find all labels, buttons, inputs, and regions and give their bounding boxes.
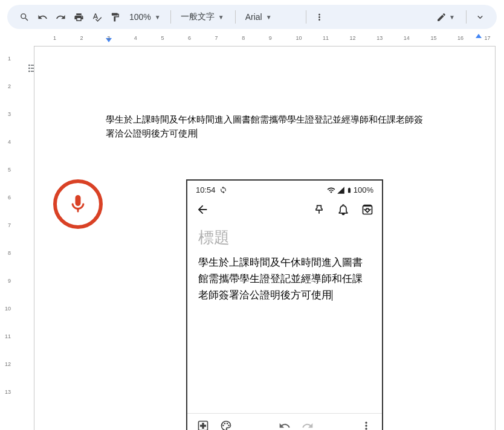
undo-icon[interactable] xyxy=(279,420,291,430)
ruler-tick: 2 xyxy=(8,83,11,89)
phone-header xyxy=(187,194,382,221)
ruler-tick: 10 xyxy=(5,306,11,312)
ruler-tick: 3 xyxy=(8,111,11,117)
phone-title-placeholder[interactable]: 標題 xyxy=(198,227,371,248)
ruler-tick: 14 xyxy=(404,35,410,41)
ruler-tick: 2 xyxy=(80,35,83,41)
phone-note-body[interactable]: 標題 學生於上課時間及午休時間進入圖書館需攜帶學生證登記並經導師和任課老師簽署洽… xyxy=(187,221,382,413)
ruler-tick: 9 xyxy=(269,35,272,41)
add-icon[interactable] xyxy=(197,420,209,430)
spellcheck-icon[interactable] xyxy=(88,8,105,25)
back-icon[interactable] xyxy=(196,203,209,216)
main-toolbar: 100% ▼ 一般文字 ▼ Arial ▼ ▼ xyxy=(7,5,497,29)
svg-point-1 xyxy=(224,423,226,425)
battery-icon xyxy=(346,186,352,194)
phone-note-text[interactable]: 學生於上課時間及午休時間進入圖書館需攜帶學生證登記並經導師和任課老師簽署洽公證明… xyxy=(198,254,371,304)
ruler-tick: 8 xyxy=(242,35,245,41)
wifi-icon xyxy=(327,186,335,194)
phone-status-bar: 10:54 100% xyxy=(187,181,382,194)
separator xyxy=(466,10,467,24)
ruler-tick: 12 xyxy=(5,361,11,367)
ruler-tick: 5 xyxy=(161,35,164,41)
ruler-tick: 7 xyxy=(8,222,11,228)
signal-icon xyxy=(337,186,345,194)
voice-typing-mic[interactable] xyxy=(53,179,103,229)
ruler-tick: 10 xyxy=(296,35,302,41)
horizontal-ruler: 1234567891011121314151617 xyxy=(34,34,497,43)
reminder-icon[interactable] xyxy=(337,204,349,216)
ruler-tick: 6 xyxy=(8,194,11,201)
style-value: 一般文字 xyxy=(181,11,215,22)
phone-time: 10:54 xyxy=(196,185,216,194)
sync-icon xyxy=(219,186,227,194)
font-select[interactable]: Arial ▼ xyxy=(241,8,301,25)
edit-mode-button[interactable]: ▼ xyxy=(430,8,461,25)
ruler-tick: 6 xyxy=(188,35,191,41)
separator xyxy=(235,10,236,24)
zoom-select[interactable]: 100% ▼ xyxy=(124,8,166,25)
paint-format-icon[interactable] xyxy=(106,8,123,25)
ruler-tick: 1 xyxy=(8,56,11,62)
chevron-down-icon: ▼ xyxy=(155,14,161,21)
palette-icon[interactable] xyxy=(220,420,232,430)
document-text[interactable]: 學生於上課時間及午休時間進入圖書館需攜帶學生證登記並經導師和任課老師簽署洽公證明… xyxy=(106,113,424,140)
ruler-tick: 5 xyxy=(8,167,11,173)
redo-icon[interactable] xyxy=(52,8,69,25)
separator xyxy=(170,10,171,24)
style-select[interactable]: 一般文字 ▼ xyxy=(176,8,230,25)
ruler-tick: 3 xyxy=(107,35,110,41)
indent-marker-right[interactable] xyxy=(476,34,482,38)
ruler-tick: 13 xyxy=(5,389,11,395)
more-vert-icon[interactable] xyxy=(360,420,372,430)
archive-icon[interactable] xyxy=(361,204,373,216)
ruler-tick: 4 xyxy=(134,35,137,41)
search-icon[interactable] xyxy=(16,8,33,25)
undo-icon[interactable] xyxy=(34,8,51,25)
svg-point-0 xyxy=(222,425,224,426)
vertical-ruler: 12345678910111213 xyxy=(0,43,15,430)
ruler-tick: 16 xyxy=(457,35,464,41)
ruler-tick: 11 xyxy=(323,35,329,41)
pin-icon[interactable] xyxy=(313,204,325,216)
ruler-tick: 1 xyxy=(53,35,56,41)
ruler-tick: 12 xyxy=(350,35,356,41)
phone-battery: 100% xyxy=(354,185,373,194)
print-icon[interactable] xyxy=(70,8,87,25)
separator xyxy=(306,10,306,24)
ruler-tick: 11 xyxy=(5,333,11,339)
collapse-icon[interactable] xyxy=(471,8,488,25)
chevron-down-icon: ▼ xyxy=(266,14,272,21)
ruler-tick: 4 xyxy=(8,139,11,145)
redo-icon[interactable] xyxy=(302,420,314,430)
ruler-tick: 8 xyxy=(8,250,11,256)
phone-bottom-toolbar xyxy=(187,413,382,430)
ruler-tick: 9 xyxy=(8,278,11,284)
svg-point-3 xyxy=(228,425,230,426)
zoom-value: 100% xyxy=(129,12,151,22)
more-icon[interactable] xyxy=(311,8,328,25)
chevron-down-icon: ▼ xyxy=(218,14,224,21)
svg-point-2 xyxy=(227,423,228,425)
font-value: Arial xyxy=(245,12,262,22)
phone-mockup: 10:54 100% 標題 學生於上課時間及午休時間進入圖書館需攜帶學生證登記並… xyxy=(186,179,383,430)
ruler-tick: 7 xyxy=(215,35,218,41)
chevron-down-icon: ▼ xyxy=(449,14,455,21)
ruler-tick: 17 xyxy=(485,35,491,41)
ruler-tick: 15 xyxy=(430,35,436,41)
ruler-tick: 13 xyxy=(376,35,383,41)
